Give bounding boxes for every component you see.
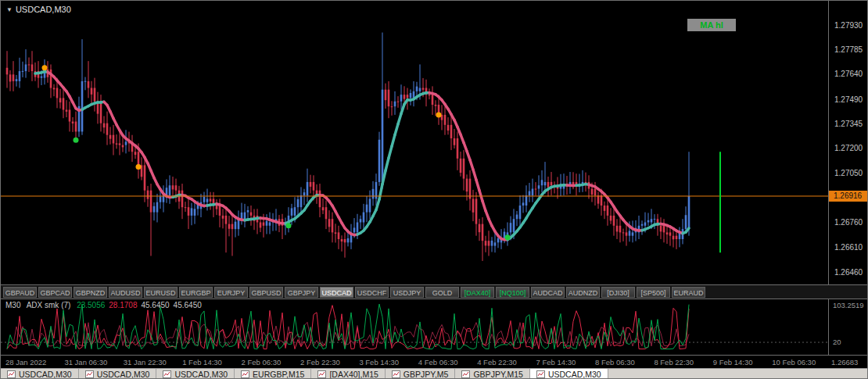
time-tick: 1 Feb 14:30 [182,358,222,366]
symbol-tab-gbpnzd[interactable]: GBPNZD [74,287,107,298]
symbol-tab-eurusd[interactable]: EURUSD [144,287,178,298]
indicator-scale[interactable]: 103.2519 20 [828,299,868,355]
symbol-tab-eurjpy[interactable]: EURJPY [214,287,248,298]
chart-tab-label: GBPJPY,M5 [404,370,449,379]
price-tick: 1.27200 [834,144,863,152]
green-signal-dot [74,138,79,143]
symbol-tab-gbpusd[interactable]: GBPUSD [249,287,283,298]
chart-tab-1[interactable]: USDCAD,M30 [79,369,157,379]
price-tick: 1.27640 [834,70,863,78]
symbol-tab-dax40[interactable]: [DAX40] [461,287,494,298]
symbol-tab-euraud[interactable]: EURAUD [672,287,705,298]
chart-tab-7[interactable]: USDCAD,M30 [530,369,608,379]
chart-tab-4[interactable]: [DAX40],M15 [311,369,385,379]
time-tick: 7 Feb 14:30 [536,358,576,366]
symbol-tab-eurgbp[interactable]: EURGBP [179,287,213,298]
orange-signal-dot [42,65,48,70]
price-tick: 1.27345 [834,120,863,128]
candlestick-chart-canvas [1,1,828,284]
chart-tab-icon [85,370,94,378]
price-tick: 1.27930 [834,21,863,30]
chart-tab-icon [7,370,16,378]
time-tick: 8 Feb 06:30 [595,358,635,366]
orange-signal-dot [436,112,442,117]
symbol-tab-audcad[interactable]: AUDCAD [531,287,565,298]
axis-corner-label: 1.26683 [831,358,858,366]
current-price-box: 1.26916 [829,191,868,202]
price-axis[interactable]: 1.26916 1.279301.277851.276401.274901.27… [828,1,868,284]
chart-tab-label: EURGBP,M15 [253,370,304,379]
chart-tab-label: USDCAD,M30 [174,370,228,379]
time-tick: 31 Jan 22:30 [124,358,167,366]
time-tick: 4 Feb 22:30 [477,358,517,366]
time-tick: 8 Feb 22:30 [654,358,694,366]
time-tick: 4 Feb 06:30 [418,358,458,366]
chart-title-label: USDCAD,M30 [16,5,71,14]
price-tick: 1.26460 [834,268,863,277]
ma-indicator-badge: MA hl [687,19,736,31]
symbol-tab-gbpjpy[interactable]: GBPJPY [285,287,318,298]
symbol-tab-bar: GBPAUDGBPCADGBPNZDAUDUSDEURUSDEURGBPEURJ… [1,284,868,299]
indicator-name: ADX smk (7) [27,301,71,309]
chart-tab-label: [DAX40],M15 [329,370,378,379]
indicator-panel[interactable]: M30 ADX smk (7) 23.505628.170845.645045.… [1,299,828,355]
indicator-level-label: 20 [833,338,841,346]
chart-tab-6[interactable]: GBPJPY,M15 [455,369,529,379]
time-tick: 9 Feb 14:30 [713,358,753,366]
symbol-tab-dji30[interactable]: [DJI30] [601,287,635,298]
chart-tab-2[interactable]: USDCAD,M30 [156,369,235,379]
symbol-tab-gold[interactable]: GOLD [425,287,459,298]
indicator-value: 45.6450 [174,301,202,309]
chart-tab-label: USDCAD,M30 [97,370,150,379]
chart-title: ▼ USDCAD,M30 [6,5,71,14]
orange-signal-dot [136,164,142,170]
price-tick: 1.27050 [834,169,863,177]
chart-tab-label: GBPJPY,M15 [473,370,522,379]
indicator-value: 28.1708 [109,301,137,309]
symbol-tab-sp500[interactable]: [SP500] [637,287,670,298]
time-tick: 31 Jan 06:30 [64,358,107,366]
green-signal-dot [505,234,511,240]
mt4-terminal: ▼ USDCAD,M30 MA hl 1.26916 1.279301.2778… [0,0,868,379]
chart-tab-label: USDCAD,M30 [19,370,72,379]
time-axis[interactable]: 1.26683 28 Jan 202231 Jan 06:3031 Jan 22… [1,355,868,368]
indicator-label: M30 ADX smk (7) 23.505628.170845.645045.… [5,301,210,309]
chart-tab-0[interactable]: USDCAD,M30 [1,369,79,379]
chart-tab-icon [241,370,249,378]
price-tick: 1.27785 [834,45,863,54]
time-tick: 10 Feb 06:30 [772,358,816,366]
symbol-tab-usdjpy[interactable]: USDJPY [390,287,424,298]
price-tick: 1.26760 [834,218,863,227]
indicator-values: 23.505628.170845.645045.6450 [77,301,206,309]
chart-tab-icon [163,370,171,378]
symbol-tab-usdcad[interactable]: USDCAD [320,287,353,298]
symbol-tab-gbpcad[interactable]: GBPCAD [38,287,72,298]
price-tick: 1.26610 [834,243,863,252]
symbol-tab-audnzd[interactable]: AUDNZD [566,287,600,298]
chart-tab-3[interactable]: EURGBP,M15 [235,369,311,379]
chart-tab-icon [536,370,545,378]
indicator-value: 23.5056 [77,301,105,309]
price-tick: 1.27490 [834,95,863,104]
indicator-value: 45.6450 [141,301,169,309]
time-tick: 28 Jan 2022 [5,358,46,366]
dropdown-arrow-icon[interactable]: ▼ [6,6,13,13]
chart-tab-5[interactable]: GBPJPY,M5 [386,369,456,379]
chart-tab-icon [392,370,400,378]
chart-tab-icon [461,370,470,378]
symbol-tab-nq100[interactable]: [NQ100] [496,287,529,298]
indicator-scale-max: 103.2519 [833,301,864,309]
chart-tab-label: USDCAD,M30 [548,370,601,379]
chart-tab-icon [317,370,326,378]
chart-tab-bar: USDCAD,M30USDCAD,M30USDCAD,M30EURGBP,M15… [1,368,868,379]
indicator-timeframe: M30 [5,301,20,309]
symbol-tab-audusd[interactable]: AUDUSD [109,287,142,298]
time-tick: 2 Feb 22:30 [300,358,340,366]
price-chart[interactable]: ▼ USDCAD,M30 MA hl [1,1,828,284]
symbol-tab-usdchf[interactable]: USDCHF [355,287,389,298]
time-tick: 2 Feb 06:30 [242,358,282,366]
symbol-tab-gbpaud[interactable]: GBPAUD [3,287,37,298]
time-tick: 3 Feb 14:30 [359,358,399,366]
green-signal-dot [286,223,292,228]
